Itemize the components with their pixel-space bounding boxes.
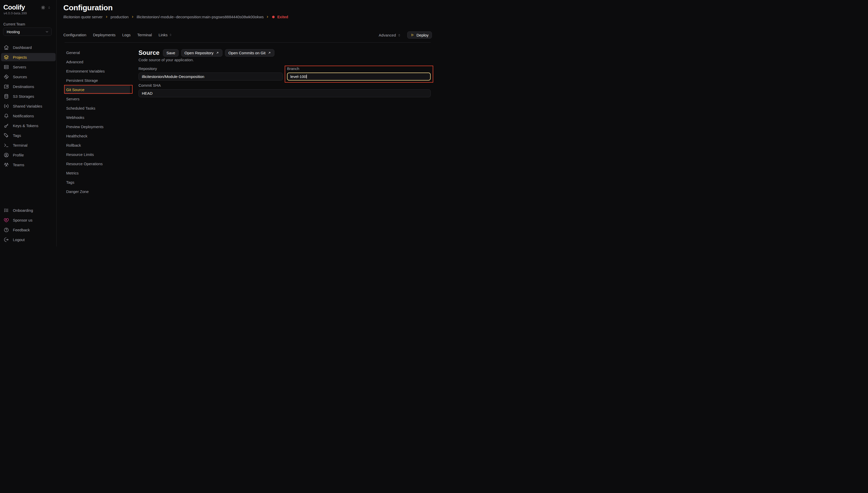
tab-links[interactable]: Links	[158, 33, 172, 37]
current-team-label: Current Team	[3, 22, 25, 26]
sidebar-item-sponsor-us[interactable]: Sponsor us	[1, 216, 56, 224]
sidebar-item-shared-variables[interactable]: Shared Variables	[1, 102, 56, 110]
sidebar-item-projects[interactable]: Projects	[1, 53, 56, 61]
tab-label: Links	[158, 33, 168, 37]
subnav-item-git-source[interactable]: Git Source	[65, 85, 130, 94]
sidebar-item-teams[interactable]: Teams	[1, 160, 56, 169]
page-title: Configuration	[63, 3, 112, 12]
subnav-item-webhooks[interactable]: Webhooks	[65, 113, 130, 122]
users-icon	[4, 162, 9, 168]
theme-switcher-chevrons-icon[interactable]	[47, 6, 51, 9]
status-dot-icon	[272, 16, 275, 18]
sidebar-item-onboarding[interactable]: Onboarding	[1, 206, 56, 214]
sidebar-item-label: Destinations	[13, 84, 34, 89]
open-repository-button[interactable]: Open Repository	[181, 49, 223, 57]
breadcrumb-item[interactable]: illicitestonion/-module--decomposition:m…	[137, 15, 264, 19]
terminal-icon	[4, 143, 9, 148]
sidebar-item-profile[interactable]: Profile	[1, 151, 56, 159]
sidebar-item-label: Terminal	[13, 143, 27, 147]
subnav-item-resource-limits[interactable]: Resource Limits	[65, 150, 130, 159]
source-panel: Source Save Open Repository Open Commits…	[139, 48, 431, 58]
source-form: Repository illicitestonion/Module-Decomp…	[139, 66, 431, 97]
logout-icon	[4, 237, 9, 242]
sidebar-item-servers[interactable]: Servers	[1, 63, 56, 71]
chevron-right-icon	[131, 15, 134, 19]
git-icon	[4, 74, 9, 80]
sidebar-item-label: Dashboard	[13, 45, 31, 50]
subnav-item-tags[interactable]: Tags	[65, 177, 130, 187]
key-icon	[4, 123, 9, 128]
commit-sha-label: Commit SHA	[139, 83, 431, 88]
subnav-item-preview-deployments[interactable]: Preview Deployments	[65, 122, 130, 131]
sidebar-item-dashboard[interactable]: Dashboard	[1, 43, 56, 51]
sidebar-item-keys-tokens[interactable]: Keys & Tokens	[1, 122, 56, 130]
deploy-label: Deploy	[417, 33, 429, 37]
status-badge: Exited	[272, 15, 288, 19]
subnav-item-servers[interactable]: Servers	[65, 94, 130, 103]
deploy-button[interactable]: Deploy	[407, 31, 432, 39]
tab-terminal[interactable]: Terminal	[137, 33, 152, 37]
resource-tabs: ConfigurationDeploymentsLogsTerminalLink…	[63, 33, 172, 37]
main-content: Configuration illicitonion quote serverp…	[57, 0, 434, 246]
subnav-item-danger-zone[interactable]: Danger Zone	[65, 187, 130, 196]
repository-label: Repository	[139, 66, 283, 71]
sidebar-item-label: Onboarding	[13, 208, 33, 213]
sidebar-item-feedback[interactable]: Feedback	[1, 226, 56, 234]
arrow-up-right-icon	[268, 51, 271, 55]
text-cursor	[306, 74, 307, 79]
repository-input[interactable]: illicitestonion/Module-Decomposition	[139, 72, 283, 81]
subnav-item-environment-variables[interactable]: Environment Variables	[65, 66, 130, 76]
sidebar-item-notifications[interactable]: Notifications	[1, 112, 56, 120]
branch-label: Branch	[287, 66, 431, 71]
bell-icon	[4, 113, 9, 119]
tab-label: Deployments	[93, 33, 115, 37]
subnav-item-resource-operations[interactable]: Resource Operations	[65, 159, 130, 168]
sidebar-bottom-nav: OnboardingSponsor usFeedbackLogout	[0, 206, 57, 244]
tab-label: Configuration	[63, 33, 86, 37]
subnav-item-advanced[interactable]: Advanced	[65, 57, 130, 66]
app-logo[interactable]: Coolify	[3, 3, 25, 11]
sidebar-item-label: Shared Variables	[13, 104, 42, 108]
subnav-item-general[interactable]: General	[65, 48, 130, 57]
repository-value: illicitestonion/Module-Decomposition	[142, 74, 205, 79]
tags-icon	[4, 133, 9, 138]
tab-logs[interactable]: Logs	[122, 33, 131, 37]
subnav-item-metrics[interactable]: Metrics	[65, 168, 130, 177]
sidebar-item-destinations[interactable]: Destinations	[1, 82, 56, 90]
tab-label: Logs	[122, 33, 131, 37]
team-select[interactable]: Hosting	[3, 27, 52, 36]
variables-icon	[4, 103, 9, 109]
open-commits-button[interactable]: Open Commits on Git	[225, 49, 274, 57]
arrow-up-right-icon	[216, 51, 219, 55]
checklist-icon	[4, 208, 9, 213]
subnav-item-rollback[interactable]: Rollback	[65, 141, 130, 150]
sidebar-item-tags[interactable]: Tags	[1, 131, 56, 140]
subnav-item-healthcheck[interactable]: Healthcheck	[65, 131, 130, 141]
breadcrumb-item[interactable]: production	[111, 15, 129, 19]
sidebar-item-sources[interactable]: Sources	[1, 72, 56, 81]
coolify-app: { "app": { "name": "Coolify", "version":…	[0, 0, 434, 246]
breadcrumb-item[interactable]: illicitonion quote server	[63, 15, 103, 19]
sidebar-item-label: Profile	[13, 153, 24, 157]
tab-label: Terminal	[137, 33, 152, 37]
chevrons-up-down-icon	[398, 34, 401, 37]
advanced-dropdown[interactable]: Advanced	[379, 33, 401, 37]
sidebar-item-s3-storages[interactable]: S3 Storages	[1, 92, 56, 100]
branch-input[interactable]: level-100	[287, 72, 431, 81]
sidebar-item-logout[interactable]: Logout	[1, 235, 56, 244]
sidebar-item-label: Sponsor us	[13, 218, 33, 222]
tab-configuration[interactable]: Configuration	[63, 33, 86, 37]
chevron-right-icon	[266, 15, 269, 19]
tab-deployments[interactable]: Deployments	[93, 33, 115, 37]
sidebar-nav: DashboardProjectsServersSourcesDestinati…	[0, 43, 57, 169]
sidebar-item-terminal[interactable]: Terminal	[1, 141, 56, 149]
save-button[interactable]: Save	[163, 49, 178, 57]
subnav-item-scheduled-tasks[interactable]: Scheduled Tasks	[65, 103, 130, 113]
subnav-item-persistent-storage[interactable]: Persistent Storage	[65, 76, 130, 85]
theme-sun-icon[interactable]	[41, 5, 45, 10]
sidebar-item-label: Servers	[13, 65, 26, 69]
commit-sha-input[interactable]: HEAD	[139, 89, 431, 97]
sidebar-item-label: Keys & Tokens	[13, 124, 38, 128]
help-icon	[4, 227, 9, 233]
home-icon	[4, 45, 9, 50]
